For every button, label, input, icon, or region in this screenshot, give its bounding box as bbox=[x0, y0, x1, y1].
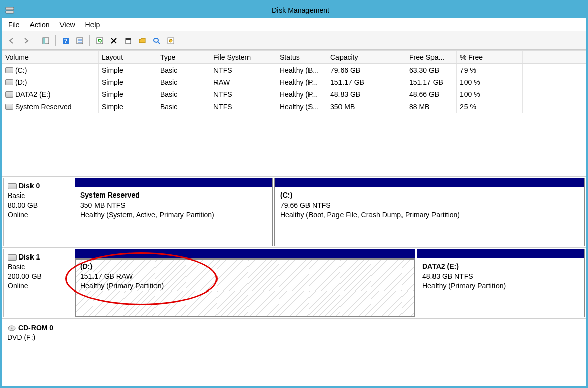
vol-layout: Simple bbox=[99, 101, 157, 113]
vol-fs: NTFS bbox=[210, 88, 276, 101]
partition-system-reserved[interactable]: System Reserved 350 MB NTFS Healthy (Sys… bbox=[75, 178, 273, 246]
drive-icon bbox=[5, 91, 13, 98]
vol-fs: NTFS bbox=[210, 101, 276, 113]
cdrom-label[interactable]: CD-ROM 0 DVD (F:) bbox=[3, 320, 73, 348]
disk-size: 80.00 GB bbox=[8, 201, 38, 209]
delete-button[interactable] bbox=[107, 34, 120, 47]
vol-fs: NTFS bbox=[210, 64, 276, 76]
col-fs[interactable]: File System bbox=[210, 51, 276, 63]
volume-row[interactable]: (C:) Simple Basic NTFS Healthy (B... 79.… bbox=[2, 64, 586, 76]
separator bbox=[36, 35, 36, 46]
partition-size: 151.17 GB RAW bbox=[80, 272, 133, 280]
col-free[interactable]: Free Spa... bbox=[406, 51, 457, 63]
svg-line-14 bbox=[158, 42, 160, 44]
cdrom-icon bbox=[7, 324, 16, 332]
vol-free: 151.17 GB bbox=[406, 76, 457, 88]
svg-rect-0 bbox=[6, 7, 14, 10]
vol-capacity: 48.83 GB bbox=[327, 88, 406, 101]
disk-icon bbox=[8, 183, 17, 189]
partition-d-raw[interactable]: (D:) 151.17 GB RAW Healthy (Primary Part… bbox=[75, 249, 415, 317]
partition-status: Healthy (System, Active, Primary Partiti… bbox=[80, 211, 214, 219]
cdrom-sub: DVD (F:) bbox=[7, 333, 35, 341]
help-button[interactable]: ? bbox=[59, 34, 72, 47]
volume-list: Volume Layout Type File System Status Ca… bbox=[2, 50, 586, 176]
back-button[interactable] bbox=[5, 34, 18, 47]
disk-name: Disk 0 bbox=[19, 182, 40, 190]
volume-row[interactable]: System Reserved Simple Basic NTFS Health… bbox=[2, 101, 586, 113]
drive-icon bbox=[5, 79, 13, 85]
vol-free: 88 MB bbox=[406, 101, 457, 113]
action-list-button[interactable] bbox=[73, 34, 86, 47]
col-status[interactable]: Status bbox=[276, 51, 327, 63]
disk-row-0: Disk 0 Basic 80.00 GB Online System Rese… bbox=[2, 177, 586, 248]
volume-list-header: Volume Layout Type File System Status Ca… bbox=[2, 51, 586, 64]
partition-title: System Reserved bbox=[80, 191, 140, 199]
disk-0-label[interactable]: Disk 0 Basic 80.00 GB Online bbox=[3, 178, 73, 246]
vol-pct: 79 % bbox=[457, 64, 523, 76]
disk-row-1: Disk 1 Basic 200.00 GB Online (D:) 151.1… bbox=[2, 248, 586, 319]
svg-rect-10 bbox=[97, 38, 103, 44]
partition-c[interactable]: (C:) 79.66 GB NTFS Healthy (Boot, Page F… bbox=[274, 178, 585, 246]
col-volume[interactable]: Volume bbox=[2, 51, 99, 63]
partition-size: 48.83 GB NTFS bbox=[422, 272, 473, 280]
partition-status: Healthy (Boot, Page File, Crash Dump, Pr… bbox=[280, 211, 460, 219]
svg-point-18 bbox=[11, 328, 13, 329]
vol-free: 48.66 GB bbox=[406, 88, 457, 101]
vol-fs: RAW bbox=[210, 76, 276, 88]
menu-file[interactable]: File bbox=[8, 21, 20, 29]
disk-type: Basic bbox=[8, 191, 25, 200]
svg-rect-3 bbox=[43, 38, 45, 44]
menubar: File Action View Help bbox=[2, 18, 586, 31]
vol-type: Basic bbox=[157, 64, 210, 76]
vol-type: Basic bbox=[157, 88, 210, 101]
disk-graphical-view: Disk 0 Basic 80.00 GB Online System Rese… bbox=[2, 176, 586, 349]
partition-e-data2[interactable]: DATA2 (E:) 48.83 GB NTFS Healthy (Primar… bbox=[417, 249, 585, 317]
menu-view[interactable]: View bbox=[59, 21, 75, 29]
forward-button[interactable] bbox=[19, 34, 33, 47]
vol-capacity: 79.66 GB bbox=[327, 64, 406, 76]
separator bbox=[89, 35, 90, 46]
col-layout[interactable]: Layout bbox=[99, 51, 157, 63]
properties-button[interactable] bbox=[121, 34, 135, 47]
drive-icon bbox=[5, 67, 13, 73]
explore-button[interactable] bbox=[150, 34, 163, 47]
disk-type: Basic bbox=[8, 263, 25, 271]
col-type[interactable]: Type bbox=[157, 51, 210, 63]
svg-point-13 bbox=[154, 38, 158, 42]
col-pct-free[interactable]: % Free bbox=[457, 51, 523, 63]
vol-type: Basic bbox=[157, 101, 210, 113]
settings-button[interactable] bbox=[164, 34, 177, 47]
disk-size: 200.00 GB bbox=[8, 272, 42, 280]
vol-status: Healthy (P... bbox=[276, 76, 327, 88]
drive-icon bbox=[5, 104, 13, 110]
show-hide-console-button[interactable] bbox=[39, 34, 52, 47]
svg-rect-12 bbox=[126, 38, 131, 40]
vol-capacity: 151.17 GB bbox=[327, 76, 406, 88]
volume-row[interactable]: DATA2 (E:) Simple Basic NTFS Healthy (P.… bbox=[2, 88, 586, 101]
partition-status: Healthy (Primary Partition) bbox=[80, 282, 164, 290]
vol-free: 63.30 GB bbox=[406, 64, 457, 76]
open-button[interactable] bbox=[136, 34, 149, 47]
partition-stripe bbox=[275, 178, 584, 187]
col-capacity[interactable]: Capacity bbox=[327, 51, 406, 63]
partition-stripe bbox=[75, 249, 415, 258]
menu-help[interactable]: Help bbox=[85, 21, 100, 29]
disk-name: Disk 1 bbox=[19, 253, 40, 261]
vol-capacity: 350 MB bbox=[327, 101, 406, 113]
disk-1-label[interactable]: Disk 1 Basic 200.00 GB Online bbox=[3, 249, 73, 317]
menu-action[interactable]: Action bbox=[30, 21, 50, 29]
disk-state: Online bbox=[8, 211, 28, 219]
separator bbox=[55, 35, 56, 46]
vol-name: (C:) bbox=[15, 66, 27, 74]
partition-size: 79.66 GB NTFS bbox=[280, 201, 331, 209]
svg-rect-1 bbox=[6, 11, 14, 13]
svg-point-16 bbox=[169, 39, 172, 42]
partition-title: (D:) bbox=[80, 262, 92, 270]
volume-row[interactable]: (D:) Simple Basic RAW Healthy (P... 151.… bbox=[2, 76, 586, 88]
disk-icon bbox=[8, 254, 17, 261]
vol-layout: Simple bbox=[99, 88, 157, 101]
refresh-button[interactable] bbox=[93, 34, 106, 47]
vol-name: DATA2 (E:) bbox=[15, 90, 51, 99]
titlebar: Disk Management bbox=[2, 2, 586, 18]
disk-management-icon bbox=[5, 6, 14, 15]
